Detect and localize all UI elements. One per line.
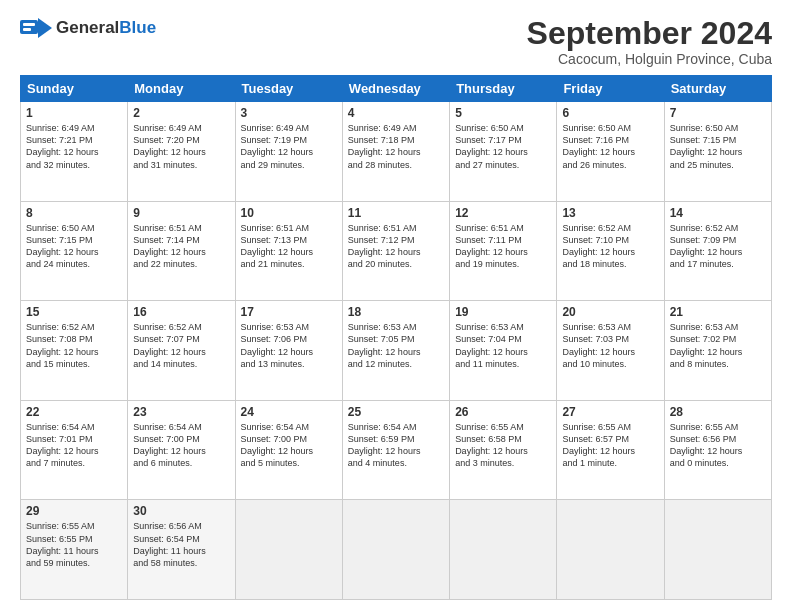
cell-info: Sunrise: 6:49 AM Sunset: 7:21 PM Dayligh… (26, 122, 122, 171)
cell-info: Sunrise: 6:55 AM Sunset: 6:58 PM Dayligh… (455, 421, 551, 470)
cell-info: Sunrise: 6:52 AM Sunset: 7:10 PM Dayligh… (562, 222, 658, 271)
day-number: 13 (562, 206, 658, 220)
cell-info: Sunrise: 6:51 AM Sunset: 7:14 PM Dayligh… (133, 222, 229, 271)
cell-info: Sunrise: 6:53 AM Sunset: 7:04 PM Dayligh… (455, 321, 551, 370)
svg-rect-2 (23, 23, 35, 26)
week-row-3: 15Sunrise: 6:52 AM Sunset: 7:08 PM Dayli… (21, 301, 772, 401)
day-number: 10 (241, 206, 337, 220)
cell-info: Sunrise: 6:56 AM Sunset: 6:54 PM Dayligh… (133, 520, 229, 569)
calendar-cell: 27Sunrise: 6:55 AM Sunset: 6:57 PM Dayli… (557, 400, 664, 500)
logo-icon (20, 16, 52, 40)
calendar-cell: 23Sunrise: 6:54 AM Sunset: 7:00 PM Dayli… (128, 400, 235, 500)
calendar-cell (342, 500, 449, 600)
day-number: 27 (562, 405, 658, 419)
calendar-cell: 18Sunrise: 6:53 AM Sunset: 7:05 PM Dayli… (342, 301, 449, 401)
calendar-cell: 8Sunrise: 6:50 AM Sunset: 7:15 PM Daylig… (21, 201, 128, 301)
cell-info: Sunrise: 6:52 AM Sunset: 7:08 PM Dayligh… (26, 321, 122, 370)
calendar-cell: 3Sunrise: 6:49 AM Sunset: 7:19 PM Daylig… (235, 102, 342, 202)
day-number: 6 (562, 106, 658, 120)
col-header-tuesday: Tuesday (235, 76, 342, 102)
day-number: 29 (26, 504, 122, 518)
cell-info: Sunrise: 6:55 AM Sunset: 6:55 PM Dayligh… (26, 520, 122, 569)
cell-info: Sunrise: 6:50 AM Sunset: 7:15 PM Dayligh… (670, 122, 766, 171)
calendar-cell: 5Sunrise: 6:50 AM Sunset: 7:17 PM Daylig… (450, 102, 557, 202)
calendar-cell (557, 500, 664, 600)
calendar-cell: 7Sunrise: 6:50 AM Sunset: 7:15 PM Daylig… (664, 102, 771, 202)
cell-info: Sunrise: 6:50 AM Sunset: 7:17 PM Dayligh… (455, 122, 551, 171)
calendar-cell: 29Sunrise: 6:55 AM Sunset: 6:55 PM Dayli… (21, 500, 128, 600)
day-number: 11 (348, 206, 444, 220)
cell-info: Sunrise: 6:49 AM Sunset: 7:20 PM Dayligh… (133, 122, 229, 171)
calendar-cell (450, 500, 557, 600)
week-row-5: 29Sunrise: 6:55 AM Sunset: 6:55 PM Dayli… (21, 500, 772, 600)
day-number: 19 (455, 305, 551, 319)
cell-info: Sunrise: 6:50 AM Sunset: 7:16 PM Dayligh… (562, 122, 658, 171)
cell-info: Sunrise: 6:51 AM Sunset: 7:11 PM Dayligh… (455, 222, 551, 271)
cell-info: Sunrise: 6:53 AM Sunset: 7:06 PM Dayligh… (241, 321, 337, 370)
header: GeneralBlue September 2024 Cacocum, Holg… (20, 16, 772, 67)
day-number: 26 (455, 405, 551, 419)
col-header-friday: Friday (557, 76, 664, 102)
cell-info: Sunrise: 6:53 AM Sunset: 7:03 PM Dayligh… (562, 321, 658, 370)
calendar-cell: 9Sunrise: 6:51 AM Sunset: 7:14 PM Daylig… (128, 201, 235, 301)
day-number: 2 (133, 106, 229, 120)
day-number: 12 (455, 206, 551, 220)
day-number: 28 (670, 405, 766, 419)
calendar-cell: 15Sunrise: 6:52 AM Sunset: 7:08 PM Dayli… (21, 301, 128, 401)
week-row-2: 8Sunrise: 6:50 AM Sunset: 7:15 PM Daylig… (21, 201, 772, 301)
day-number: 3 (241, 106, 337, 120)
calendar-cell: 12Sunrise: 6:51 AM Sunset: 7:11 PM Dayli… (450, 201, 557, 301)
cell-info: Sunrise: 6:51 AM Sunset: 7:12 PM Dayligh… (348, 222, 444, 271)
day-number: 23 (133, 405, 229, 419)
day-number: 9 (133, 206, 229, 220)
col-header-sunday: Sunday (21, 76, 128, 102)
calendar-cell: 4Sunrise: 6:49 AM Sunset: 7:18 PM Daylig… (342, 102, 449, 202)
col-header-wednesday: Wednesday (342, 76, 449, 102)
cell-info: Sunrise: 6:52 AM Sunset: 7:09 PM Dayligh… (670, 222, 766, 271)
svg-rect-3 (23, 28, 31, 31)
day-number: 1 (26, 106, 122, 120)
week-row-4: 22Sunrise: 6:54 AM Sunset: 7:01 PM Dayli… (21, 400, 772, 500)
calendar-cell: 6Sunrise: 6:50 AM Sunset: 7:16 PM Daylig… (557, 102, 664, 202)
cell-info: Sunrise: 6:54 AM Sunset: 7:01 PM Dayligh… (26, 421, 122, 470)
calendar-cell (235, 500, 342, 600)
subtitle: Cacocum, Holguin Province, Cuba (527, 51, 772, 67)
title-section: September 2024 Cacocum, Holguin Province… (527, 16, 772, 67)
day-number: 18 (348, 305, 444, 319)
calendar-cell: 21Sunrise: 6:53 AM Sunset: 7:02 PM Dayli… (664, 301, 771, 401)
day-number: 8 (26, 206, 122, 220)
logo-blue: Blue (119, 18, 156, 37)
week-row-1: 1Sunrise: 6:49 AM Sunset: 7:21 PM Daylig… (21, 102, 772, 202)
cell-info: Sunrise: 6:54 AM Sunset: 7:00 PM Dayligh… (133, 421, 229, 470)
page: GeneralBlue September 2024 Cacocum, Holg… (0, 0, 792, 612)
logo-general: General (56, 18, 119, 37)
calendar-cell: 26Sunrise: 6:55 AM Sunset: 6:58 PM Dayli… (450, 400, 557, 500)
calendar-cell: 20Sunrise: 6:53 AM Sunset: 7:03 PM Dayli… (557, 301, 664, 401)
cell-info: Sunrise: 6:54 AM Sunset: 7:00 PM Dayligh… (241, 421, 337, 470)
day-number: 24 (241, 405, 337, 419)
col-header-saturday: Saturday (664, 76, 771, 102)
svg-marker-1 (38, 18, 52, 38)
cell-info: Sunrise: 6:49 AM Sunset: 7:18 PM Dayligh… (348, 122, 444, 171)
day-number: 25 (348, 405, 444, 419)
day-number: 15 (26, 305, 122, 319)
calendar-cell: 10Sunrise: 6:51 AM Sunset: 7:13 PM Dayli… (235, 201, 342, 301)
cell-info: Sunrise: 6:53 AM Sunset: 7:02 PM Dayligh… (670, 321, 766, 370)
day-number: 17 (241, 305, 337, 319)
day-number: 22 (26, 405, 122, 419)
month-title: September 2024 (527, 16, 772, 51)
cell-info: Sunrise: 6:55 AM Sunset: 6:57 PM Dayligh… (562, 421, 658, 470)
calendar-table: SundayMondayTuesdayWednesdayThursdayFrid… (20, 75, 772, 600)
cell-info: Sunrise: 6:55 AM Sunset: 6:56 PM Dayligh… (670, 421, 766, 470)
calendar-cell: 28Sunrise: 6:55 AM Sunset: 6:56 PM Dayli… (664, 400, 771, 500)
svg-rect-0 (20, 20, 38, 34)
col-header-thursday: Thursday (450, 76, 557, 102)
calendar-cell: 19Sunrise: 6:53 AM Sunset: 7:04 PM Dayli… (450, 301, 557, 401)
day-number: 5 (455, 106, 551, 120)
cell-info: Sunrise: 6:52 AM Sunset: 7:07 PM Dayligh… (133, 321, 229, 370)
cell-info: Sunrise: 6:49 AM Sunset: 7:19 PM Dayligh… (241, 122, 337, 171)
calendar-cell: 25Sunrise: 6:54 AM Sunset: 6:59 PM Dayli… (342, 400, 449, 500)
day-number: 30 (133, 504, 229, 518)
calendar-cell: 2Sunrise: 6:49 AM Sunset: 7:20 PM Daylig… (128, 102, 235, 202)
calendar-cell: 17Sunrise: 6:53 AM Sunset: 7:06 PM Dayli… (235, 301, 342, 401)
